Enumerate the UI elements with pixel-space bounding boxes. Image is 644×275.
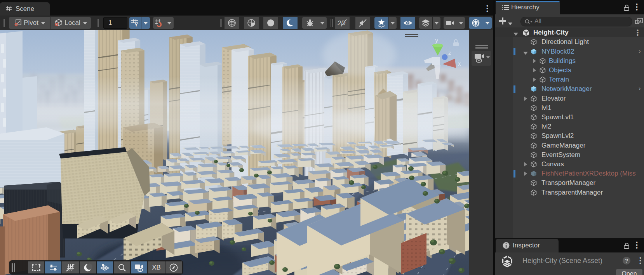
svg-text:x: x — [458, 60, 461, 67]
svg-text:2D: 2D — [337, 20, 346, 26]
svg-text:Y: Y — [135, 23, 138, 27]
svg-text:?: ? — [625, 258, 628, 264]
svg-text:z: z — [448, 49, 451, 56]
svg-text:y: y — [435, 37, 439, 44]
